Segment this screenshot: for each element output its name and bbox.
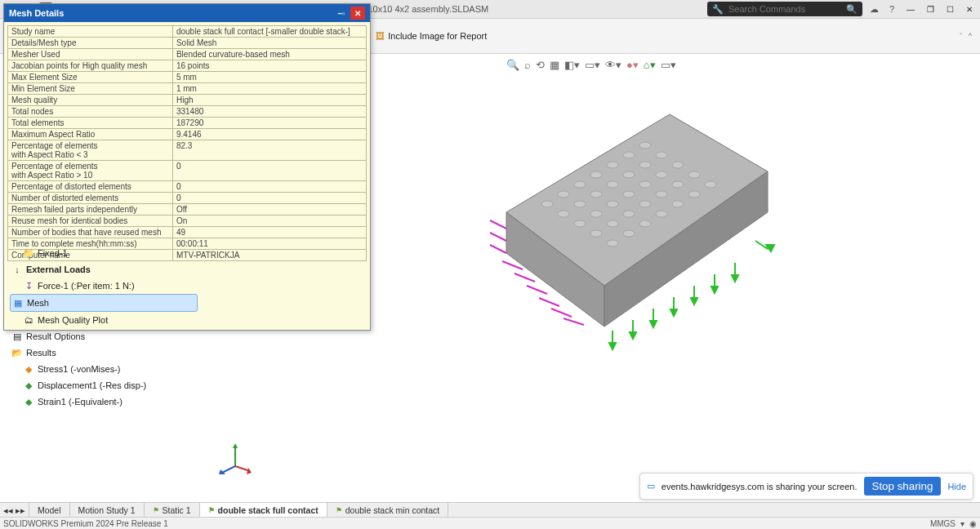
window-minimize[interactable]: — — [903, 3, 918, 15]
tree-item-icon: 🗂 — [23, 314, 34, 326]
mesh-detail-value: MTV-PATRICKJA — [172, 250, 366, 261]
tree-item[interactable]: ▦Mesh — [10, 294, 198, 312]
mesh-detail-row: Number of distorted elements0 — [8, 193, 367, 204]
tree-item[interactable]: ◆Stress1 (-vonMises-) — [21, 361, 198, 377]
config-tab[interactable]: Model — [29, 503, 70, 518]
orientation-triad[interactable] — [219, 442, 252, 478]
tree-item-label: Mesh — [27, 296, 49, 310]
mesh-detail-key: Number of distorted elements — [8, 193, 173, 204]
mesh-detail-value: double stack full contact [-smaller doub… — [172, 26, 366, 38]
mesh-detail-value: 187290 — [172, 118, 366, 129]
config-tab[interactable]: ⚑double stack full contact — [200, 503, 327, 518]
config-tab[interactable]: ⚑Static 1 — [145, 503, 200, 518]
svg-line-43 — [527, 286, 547, 294]
hide-banner-link[interactable]: Hide — [947, 482, 966, 491]
appearance-icon[interactable]: ●▾ — [626, 59, 639, 71]
dialog-close-button[interactable]: ✕ — [350, 7, 365, 20]
section-view-icon[interactable]: ▦ — [550, 59, 559, 71]
svg-point-10 — [558, 211, 569, 217]
config-tab[interactable]: ⚑double stack min contact — [327, 503, 449, 518]
svg-point-34 — [656, 211, 667, 217]
tree-item-icon: ◆ — [23, 396, 34, 407]
statusbar-extra-icon[interactable]: ◉ — [969, 519, 977, 528]
mesh-dialog-titlebar[interactable]: Mesh Details –▫ ✕ — [4, 4, 370, 22]
svg-point-33 — [639, 220, 651, 227]
tree-item[interactable]: ◆Strain1 (-Equivalent-) — [21, 393, 198, 410]
svg-point-15 — [639, 162, 651, 168]
mesh-detail-value: 0 — [172, 193, 366, 204]
mesh-detail-row: Study namedouble stack full contact [-sm… — [8, 26, 367, 38]
mesh-detail-row: Max Element Size5 mm — [8, 72, 367, 83]
window-maximize[interactable]: ☐ — [942, 3, 957, 15]
mesh-detail-key: Mesh quality — [8, 95, 173, 106]
mesh-detail-row: Total nodes331480 — [8, 106, 367, 118]
tree-item-label: Fixed-1 — [38, 246, 68, 260]
statusbar-units: MMGS — [930, 519, 956, 528]
dialog-pin-icon[interactable]: –▫ — [334, 7, 349, 20]
mesh-detail-value: Solid Mesh — [172, 38, 366, 49]
view-orientation-icon[interactable]: ◧▾ — [564, 59, 580, 71]
mesh-detail-row: Percentage of elements with Aspect Ratio… — [8, 140, 367, 161]
mesh-detail-key: Study name — [8, 26, 173, 38]
mesh-details-table: Study namedouble stack full contact [-sm… — [7, 25, 367, 261]
previous-view-icon[interactable]: ⟲ — [536, 59, 545, 71]
tree-item-label: Strain1 (-Equivalent-) — [38, 394, 122, 409]
mesh-detail-row: Remesh failed parts independentlyOff — [8, 204, 367, 216]
zoom-area-icon[interactable]: ⌕ — [524, 59, 531, 71]
pin-icon: ⚑ — [336, 506, 342, 514]
mesh-detail-key: Percentage of distorted elements — [8, 181, 173, 193]
command-search[interactable]: 🔧 🔍 — [707, 2, 862, 16]
svg-point-14 — [623, 171, 635, 178]
mesh-detail-key: Remesh failed parts independently — [8, 204, 173, 216]
tree-item[interactable]: ◆Displacement1 (-Res disp-) — [21, 377, 198, 393]
display-style-icon[interactable]: ▭▾ — [585, 59, 600, 71]
svg-point-23 — [672, 162, 684, 168]
graphics-area-model[interactable] — [457, 98, 784, 361]
help-icon[interactable]: ? — [885, 2, 898, 16]
svg-point-11 — [574, 201, 586, 207]
stop-sharing-button[interactable]: Stop sharing — [864, 477, 942, 496]
mesh-detail-row: Details/Mesh typeSolid Mesh — [8, 38, 367, 49]
svg-point-6 — [590, 171, 602, 178]
view-settings-icon[interactable]: ▭▾ — [661, 59, 676, 71]
svg-line-45 — [551, 309, 572, 317]
tree-item[interactable]: ▤Result Options — [10, 328, 198, 345]
svg-point-37 — [705, 181, 716, 188]
svg-point-26 — [623, 211, 635, 217]
zoom-fit-icon[interactable]: 🔍 — [506, 59, 519, 71]
svg-point-35 — [672, 201, 684, 207]
mesh-detail-value: 331480 — [172, 106, 366, 118]
tree-item[interactable]: ↓External Loads — [10, 261, 198, 278]
mesh-detail-key: Max Element Size — [8, 72, 173, 83]
config-tab[interactable]: Motion Study 1 — [70, 503, 145, 518]
tab-nav-left[interactable]: ◂◂ ▸▸ — [0, 503, 29, 518]
hide-show-icon[interactable]: 👁▾ — [605, 59, 621, 71]
tree-item-label: External Loads — [26, 262, 91, 277]
tree-item[interactable]: 📁Fixed-1 — [21, 245, 198, 261]
svg-point-30 — [688, 171, 700, 178]
tree-item[interactable]: ↧Force-1 (:Per item: 1 N:) — [21, 278, 198, 294]
svg-line-67 — [222, 466, 235, 473]
tree-item-icon: ◆ — [23, 380, 34, 391]
tree-item-label: Result Options — [26, 329, 85, 344]
window-close[interactable]: ✕ — [962, 3, 977, 15]
ribbon-collapse[interactable]: ˇ ^ — [960, 32, 972, 40]
svg-marker-54 — [670, 309, 677, 316]
mesh-detail-key: Number of bodies that have reused mesh — [8, 227, 173, 238]
mesh-detail-row: Mesher UsedBlended curvature-based mesh — [8, 49, 367, 60]
help-cloud-icon[interactable]: ☁ — [867, 2, 880, 16]
scene-icon[interactable]: ⌂▾ — [644, 59, 656, 71]
svg-point-25 — [607, 220, 618, 227]
simulation-tree: 📁Fixed-1↓External Loads↧Force-1 (:Per it… — [10, 245, 198, 410]
mesh-detail-key: Percentage of elements with Aspect Ratio… — [8, 161, 173, 181]
include-image-button[interactable]: 🖼 Include Image for Report — [376, 31, 487, 41]
svg-point-20 — [623, 191, 635, 198]
statusbar-dropdown-icon[interactable]: ▾ — [960, 519, 964, 528]
command-search-input[interactable] — [727, 3, 843, 15]
tree-item[interactable]: 🗂Mesh Quality Plot — [21, 312, 198, 328]
svg-point-13 — [607, 181, 618, 188]
tree-item[interactable]: 📂Results — [10, 345, 198, 361]
mesh-detail-value: High — [172, 95, 366, 106]
window-restore[interactable]: ❐ — [923, 3, 938, 15]
include-image-icon: 🖼 — [376, 31, 385, 41]
